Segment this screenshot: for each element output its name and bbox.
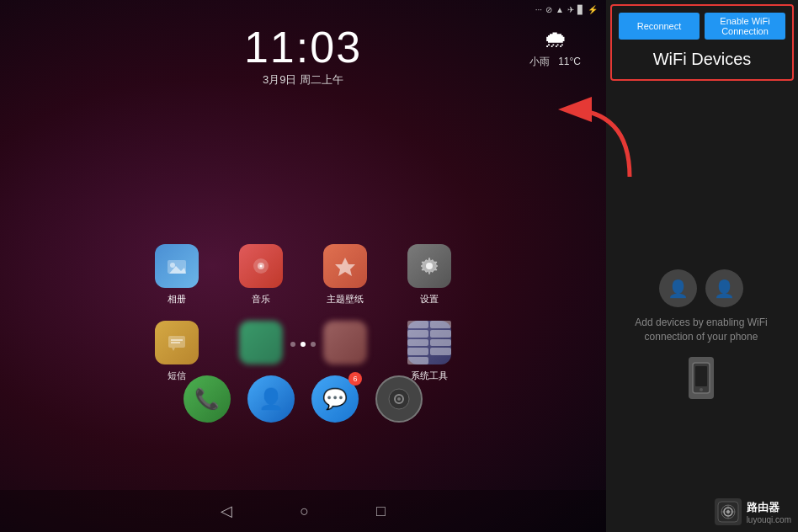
wifi-icon: ▲	[556, 5, 564, 14]
charging-icon: ⚡	[588, 5, 598, 14]
settings-label: 设置	[420, 293, 439, 306]
app-blurred2[interactable]	[311, 321, 379, 382]
device-icon-1: 👤	[659, 269, 697, 307]
gallery-icon	[155, 244, 199, 288]
svg-rect-17	[695, 366, 707, 386]
settings-svg	[418, 254, 441, 278]
theme-icon	[323, 244, 367, 288]
wifi-devices-panel: Reconnect Enable WiFi Connection WiFi De…	[610, 4, 794, 81]
app-music[interactable]: 音乐	[227, 244, 295, 306]
svg-marker-9	[172, 348, 175, 351]
router-logo-svg	[716, 500, 740, 524]
app-theme[interactable]: 主题壁纸	[311, 244, 379, 306]
dot-2	[301, 342, 306, 347]
svg-point-18	[700, 388, 703, 391]
svg-point-1	[170, 263, 175, 268]
weather-widget: 🌧 小雨 11°C	[529, 25, 581, 69]
blurred-icon-2	[323, 321, 367, 364]
weather-info: 小雨 11°C	[529, 55, 581, 69]
device-phone-icon	[689, 357, 714, 399]
gallery-label: 相册	[168, 293, 186, 306]
theme-svg	[333, 254, 357, 278]
gallery-svg	[165, 254, 189, 278]
reconnect-button[interactable]: Reconnect	[619, 13, 700, 40]
dot-3	[311, 342, 316, 347]
clock: 11:03	[244, 25, 362, 69]
logo-area: 路由器 luyouqi.com	[715, 498, 791, 525]
date: 3月9日 周二上午	[244, 72, 362, 88]
wifi-panel-title: WiFi Devices	[619, 46, 785, 72]
notification-icon: ⊘	[545, 5, 552, 14]
camera-svg	[388, 388, 410, 410]
svg-point-14	[397, 397, 401, 401]
weather-temp: 11°C	[558, 56, 581, 67]
nav-bar: ◁ ○ □	[0, 490, 606, 532]
logo-icon	[715, 498, 742, 525]
nav-back[interactable]: ◁	[221, 502, 232, 520]
theme-label: 主题壁纸	[327, 293, 364, 306]
svg-marker-6	[335, 258, 355, 276]
dock-contacts[interactable]: 👤	[247, 375, 295, 423]
arrow-container	[554, 84, 655, 189]
nav-recents[interactable]: □	[376, 503, 386, 520]
app-dock: 📞 👤 💬 6	[184, 375, 423, 423]
battery-icon: ▊	[577, 5, 584, 14]
weather-condition: 小雨	[529, 56, 550, 67]
logo-main-text: 路由器	[747, 500, 791, 515]
dock-chat[interactable]: 💬 6	[311, 375, 359, 423]
music-label: 音乐	[252, 293, 270, 306]
pagination-dots	[290, 342, 316, 347]
tools-grid	[407, 321, 451, 364]
wifi-panel-buttons: Reconnect Enable WiFi Connection	[619, 13, 785, 40]
airplane-icon: ✈	[567, 5, 574, 14]
music-svg	[249, 254, 273, 278]
add-devices-text: Add devices by enabling WiFi connection …	[613, 316, 790, 344]
app-grid: 相册 音乐 主题壁纸	[143, 244, 463, 382]
nav-home[interactable]: ○	[300, 503, 309, 520]
phone-screen: ··· ⊘ ▲ ✈ ▊ ⚡ 11:03 3月9日 周二上午 🌧 小雨 11°C	[0, 0, 606, 532]
devices-area: 👤 👤 Add devices by enabling WiFi connect…	[613, 269, 790, 399]
dock-phone[interactable]: 📞	[184, 375, 231, 423]
device-icon-2: 👤	[705, 269, 743, 307]
status-icons: ··· ⊘ ▲ ✈ ▊ ⚡	[535, 5, 598, 14]
signal-dots: ···	[535, 5, 542, 14]
music-icon	[239, 244, 283, 288]
phone-svg	[691, 362, 711, 394]
app-settings[interactable]: 设置	[396, 244, 463, 306]
app-tools[interactable]: 系统工具	[396, 321, 463, 382]
settings-icon	[407, 244, 451, 288]
right-panel: Reconnect Enable WiFi Connection WiFi De…	[606, 0, 798, 532]
sms-icon	[155, 321, 199, 364]
red-arrow-svg	[554, 84, 655, 185]
app-sms[interactable]: 短信	[143, 321, 210, 382]
app-gallery[interactable]: 相册	[143, 244, 210, 306]
sms-svg	[165, 331, 189, 354]
dock-camera[interactable]	[375, 375, 423, 423]
tools-icon	[407, 321, 451, 364]
svg-point-5	[260, 265, 263, 268]
time-display: 11:03 3月9日 周二上午	[244, 25, 362, 88]
weather-icon: 🌧	[529, 25, 581, 53]
device-icons-row: 👤 👤	[613, 269, 790, 307]
status-bar: ··· ⊘ ▲ ✈ ▊ ⚡	[0, 0, 606, 19]
logo-text: 路由器 luyouqi.com	[747, 500, 791, 524]
dot-1	[290, 342, 295, 347]
app-blurred1[interactable]	[227, 321, 295, 382]
svg-rect-8	[168, 336, 185, 348]
enable-wifi-button[interactable]: Enable WiFi Connection	[705, 13, 785, 40]
chat-badge: 6	[348, 372, 362, 386]
blurred-icon-1	[239, 321, 283, 364]
logo-sub-text: luyouqi.com	[747, 515, 791, 524]
